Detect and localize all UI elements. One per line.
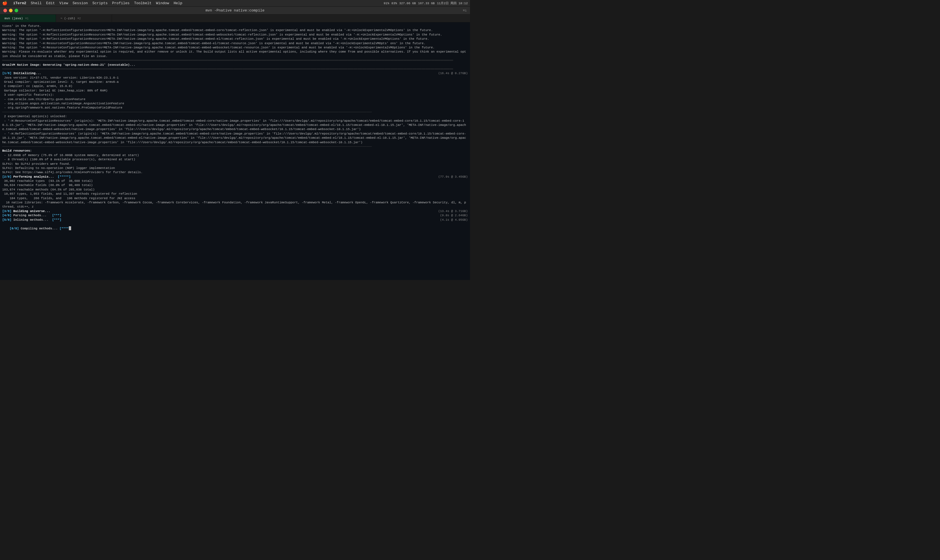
separator-line-2: ────────────────────────────────────────… xyxy=(2,110,468,114)
list-item: SLF4J: No SLF4J providers were found. xyxy=(2,162,468,166)
step-2-label: [2/8] Performing analysis... [*****] xyxy=(2,175,71,179)
tab-label-2: ~ (-zsh) xyxy=(60,17,75,20)
step-1-label: [1/8] Initializing... xyxy=(2,71,41,75)
step-6-header: [6/8] Compiling methods... [**** xyxy=(2,222,468,235)
terminal-cursor xyxy=(69,226,71,230)
tab-zsh[interactable]: ~ (-zsh) ⌘2 xyxy=(56,15,112,22)
keybind-hint: ⌘1 xyxy=(463,9,467,12)
menubar: 🍎 iTerm2 Shell Edit View Session Scripts… xyxy=(0,0,470,7)
disk2-indicator: 167.33 GB xyxy=(418,2,435,5)
list-item: SLF4J: Defaulting to no-operation (NOP) … xyxy=(2,166,468,170)
menu-item-scripts[interactable]: Scripts xyxy=(93,1,108,5)
list-item: Garbage collector: Serial GC (max_heap_s… xyxy=(2,89,468,93)
list-item: Warning: Please re-evaluate whether any … xyxy=(2,50,468,58)
list-item: - 8 thread(s) (100.0% of 8 available pro… xyxy=(2,157,468,162)
window-title: mvn -Pnative native:compile xyxy=(205,8,264,12)
list-item: Warning: The option '-H:ResourceConfigur… xyxy=(2,42,468,46)
wifi-indicator: 83% xyxy=(391,2,397,5)
separator-line: ════════════════════════════════════════… xyxy=(2,58,468,63)
step-3-label: [3/8] Building universe... xyxy=(2,209,50,214)
list-item: - com.oracle.svm.thirdparty.gson.GsonFea… xyxy=(2,97,468,102)
graalvm-header: GraalVM Native Image: Generating 'spring… xyxy=(2,63,468,67)
battery-indicator: 91% xyxy=(384,2,389,5)
step-6-label: [6/8] Compiling methods... [**** xyxy=(9,227,71,230)
menu-item-edit[interactable]: Edit xyxy=(46,1,55,5)
list-item: 59,634 reachable fields (66.0% of 90,409… xyxy=(2,183,468,188)
step-3-time: (13.4s @ 3.71GB) xyxy=(438,209,468,214)
menu-item-profiles[interactable]: Profiles xyxy=(112,1,129,5)
titlebar: mvn -Pnative native:compile ⌘1 xyxy=(0,7,470,15)
separator-line-3: ────────────────────────────────────────… xyxy=(2,145,468,149)
experimental-header: 2 experimental option(s) unlocked: xyxy=(2,114,468,118)
step-5-header: [5/8] Inlining methods... [***] (4.1s @ … xyxy=(2,218,468,222)
list-item: - org.springframework.aot.nativex.featur… xyxy=(2,106,468,110)
step-1-time: (16.4s @ 0.27GB) xyxy=(438,71,468,75)
step-2-header: [2/8] Performing analysis... [*****] (77… xyxy=(2,175,468,179)
step-4-time: (9.8s @ 2.64GB) xyxy=(440,214,468,218)
tab-shortcut-1: ⌘1 xyxy=(25,17,29,20)
close-button[interactable] xyxy=(3,9,7,12)
maximize-button[interactable] xyxy=(15,9,18,12)
list-item: 16 native libraries: -framework Accelera… xyxy=(2,200,468,209)
list-item: 36,002 reachable types (93.1% of 38,688 … xyxy=(2,179,468,183)
list-item: tions' in the future. xyxy=(2,24,468,28)
list-item: SLF4J: See https://www.slf4j.org/codes.h… xyxy=(2,170,468,175)
tab-shortcut-2: ⌘2 xyxy=(77,17,81,20)
list-item: - '-H:ReflectionConfigurationResources' … xyxy=(2,132,468,145)
list-item: Graal compiler: optimization level: 2, t… xyxy=(2,80,468,84)
menu-item-shell[interactable]: Shell xyxy=(31,1,42,5)
menubar-right: 91% 83% 327.06 GB 167.33 GB 11月2日 周四 18:… xyxy=(384,1,468,5)
list-item: Warning: The option '-H:ReflectionConfig… xyxy=(2,37,468,41)
separator-line: ════════════════════════════════════════… xyxy=(2,67,468,71)
minimize-button[interactable] xyxy=(9,9,12,12)
disk-indicator: 327.06 GB xyxy=(399,2,416,5)
step-2-time: (77.9s @ 3.45GB) xyxy=(438,175,468,179)
list-item: Warning: The option '-H:ReflectionConfig… xyxy=(2,33,468,37)
menu-item-session[interactable]: Session xyxy=(73,1,88,5)
traffic-lights xyxy=(3,9,18,12)
menu-item-help[interactable]: Help xyxy=(174,1,182,5)
step-5-time: (4.1s @ 4.95GB) xyxy=(440,218,468,222)
list-item: Warning: The option '-H:ReflectionConfig… xyxy=(2,28,468,32)
step-1-header: [1/8] Initializing... (16.4s @ 0.27GB) xyxy=(2,71,468,75)
step-4-label: [4/8] Parsing methods... [***] xyxy=(2,214,61,218)
step-3-header: [3/8] Building universe... (13.4s @ 3.71… xyxy=(2,209,468,214)
list-item: 183,874 reachable methods (64.5% of 285,… xyxy=(2,188,468,192)
tab-label-1: mvn (java) xyxy=(5,17,23,20)
tabbar: mvn (java) ⌘1 ~ (-zsh) ⌘2 xyxy=(0,15,470,22)
list-item: - 12.09GB of memory (75.6% of 16.00GB sy… xyxy=(2,153,468,157)
tab-mvn-java[interactable]: mvn (java) ⌘1 xyxy=(0,15,56,22)
terminal-output: tions' in the future. Warning: The optio… xyxy=(0,22,470,280)
step-4-header: [4/8] Parsing methods... [***] (9.8s @ 2… xyxy=(2,214,468,218)
list-item: C compiler: cc (apple, arm64, 15.0.0) xyxy=(2,84,468,88)
list-item: - '-H:ResourceConfigurationResources' (o… xyxy=(2,119,468,132)
list-item: 3 user-specific feature(s): xyxy=(2,93,468,97)
step-5-label: [5/8] Inlining methods... [***] xyxy=(2,218,61,222)
menu-item-view[interactable]: View xyxy=(59,1,68,5)
apple-menu[interactable]: 🍎 xyxy=(2,0,8,6)
list-item: Warning: The option '-H:ResourceConfigur… xyxy=(2,46,468,50)
list-item: Java version: 21+37-LTS, vendor version:… xyxy=(2,76,468,80)
menu-item-window[interactable]: Window xyxy=(156,1,169,5)
app-name: iTerm2 xyxy=(13,1,26,5)
list-item: 184 types, 266 fields, and 196 methods r… xyxy=(2,196,468,200)
build-resources-header: Build resources: xyxy=(2,149,468,153)
list-item: - org.eclipse.angus.activation.nativeima… xyxy=(2,102,468,106)
list-item: 10,857 types, 1,053 fields, and 11,397 m… xyxy=(2,192,468,196)
datetime-indicator: 11月2日 周四 18:12 xyxy=(437,1,468,5)
menu-item-toolbelt[interactable]: Toolbelt xyxy=(134,1,151,5)
